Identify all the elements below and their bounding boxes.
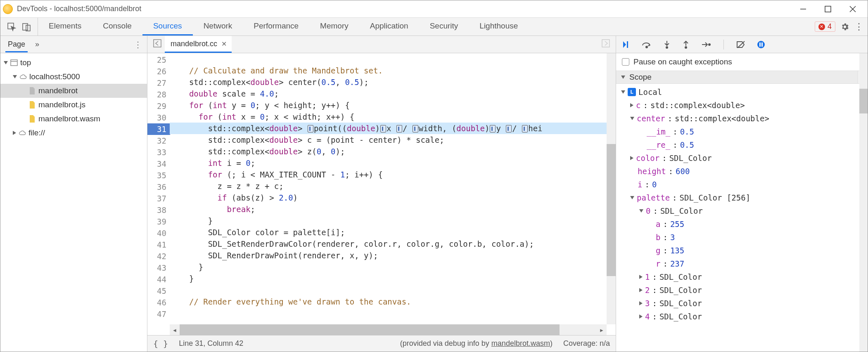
window-titlebar: DevTools - localhost:5000/mandelbrot: [0, 0, 868, 18]
step-out-button[interactable]: [682, 40, 690, 49]
local-label: Local: [638, 85, 662, 99]
tab-console[interactable]: Console: [92, 18, 142, 35]
tab-sources[interactable]: Sources: [142, 18, 193, 35]
editor-horizontal-scrollbar[interactable]: ◂ ▸: [170, 324, 607, 335]
svg-point-14: [666, 47, 668, 48]
kebab-menu-icon[interactable]: ⋮: [854, 21, 863, 32]
window-frame-icon: [10, 59, 18, 67]
svg-rect-10: [602, 40, 609, 47]
var-palette-0-b[interactable]: b: 3: [621, 231, 868, 244]
var-palette-1[interactable]: 1: SDL_Color: [621, 270, 868, 283]
debugger-toolbar: [616, 36, 868, 53]
expand-icon: [13, 75, 17, 78]
scope-variables: L Local c: std::complex<double> center: …: [616, 84, 868, 352]
inspect-element-icon[interactable]: [7, 22, 16, 31]
file-icon: [28, 115, 36, 123]
settings-gear-icon[interactable]: [840, 22, 849, 31]
pause-on-caught-checkbox[interactable]: [622, 58, 629, 66]
file-icon: [28, 101, 36, 109]
var-i[interactable]: i: 0: [621, 178, 868, 191]
close-tab-icon[interactable]: ✕: [221, 40, 227, 48]
var-palette-0[interactable]: 0: SDL_Color: [621, 204, 868, 217]
var-height[interactable]: height: 600: [621, 165, 868, 178]
cloud-icon: [19, 73, 27, 81]
svg-line-19: [738, 41, 745, 48]
window-close[interactable]: [840, 1, 865, 17]
error-icon: ✕: [818, 24, 825, 30]
cloud-icon: [19, 129, 26, 137]
tab-memory[interactable]: Memory: [309, 18, 359, 35]
step-button[interactable]: [701, 40, 711, 49]
deactivate-breakpoints-button[interactable]: [736, 40, 745, 49]
source-editor: mandelbrot.cc ✕ 252627282930313233343536…: [147, 36, 616, 352]
var-palette[interactable]: palette: SDL_Color [256]: [621, 191, 868, 204]
var-c[interactable]: c: std::complex<double>: [621, 99, 868, 112]
pause-on-exceptions-button[interactable]: [757, 40, 765, 49]
resume-button[interactable]: [622, 40, 630, 49]
editor-nav-forward-icon[interactable]: [598, 39, 613, 50]
var-palette-0-g[interactable]: g: 135: [621, 244, 868, 257]
svg-rect-5: [23, 24, 28, 30]
sources-navigator: Page » ⋮ top localhost:5000 mandelbrot: [0, 36, 147, 352]
local-badge-icon: L: [628, 88, 636, 96]
tab-elements[interactable]: Elements: [38, 18, 92, 35]
window-minimize[interactable]: [791, 1, 816, 17]
editor-file-tab[interactable]: mandelbrot.cc ✕: [165, 36, 232, 53]
pretty-print-icon[interactable]: { }: [153, 339, 168, 349]
editor-filename: mandelbrot.cc: [171, 40, 217, 48]
svg-rect-1: [825, 6, 831, 12]
step-over-button[interactable]: [642, 40, 652, 49]
device-toolbar-icon[interactable]: [22, 22, 31, 31]
tree-label: top: [20, 58, 31, 67]
line-number-gutter[interactable]: 2526272829303132333435363738394041424344…: [147, 53, 170, 335]
tree-file-mandelbrot[interactable]: mandelbrot: [0, 84, 147, 98]
var-palette-2[interactable]: 2: SDL_Color: [621, 283, 868, 297]
tree-node-file-scheme[interactable]: file://: [0, 126, 147, 140]
step-into-button[interactable]: [663, 40, 671, 49]
expand-icon: [621, 76, 625, 79]
editor-vertical-scrollbar[interactable]: [607, 53, 616, 324]
panel-tabs: Elements Console Sources Network Perform…: [38, 18, 529, 35]
code-area[interactable]: // Calculate and draw the Mandelbrot set…: [170, 53, 616, 335]
scroll-left-icon[interactable]: ◂: [170, 325, 180, 334]
tree-label: localhost:5000: [29, 72, 80, 81]
tab-lighthouse[interactable]: Lighthouse: [469, 18, 529, 35]
error-count-badge[interactable]: ✕ 4: [815, 21, 835, 32]
tree-node-top[interactable]: top: [0, 56, 147, 70]
scope-local-header[interactable]: L Local: [621, 85, 868, 99]
var-palette-3[interactable]: 3: SDL_Color: [621, 297, 868, 310]
tree-node-host[interactable]: localhost:5000: [0, 70, 147, 84]
var-palette-0-a[interactable]: a: 255: [621, 217, 868, 231]
var-center-re[interactable]: __re_: 0.5: [621, 138, 868, 151]
var-palette-0-r[interactable]: r: 237: [621, 257, 868, 270]
navigator-tab-page[interactable]: Page: [5, 36, 28, 52]
svg-point-12: [646, 46, 647, 48]
var-palette-4[interactable]: 4: SDL_Color: [621, 310, 868, 323]
tree-file-mandelbrot-wasm[interactable]: mandelbrot.wasm: [0, 112, 147, 126]
window-maximize[interactable]: [816, 1, 840, 17]
navigator-menu-icon[interactable]: ⋮: [134, 40, 142, 50]
panel-vertical-scrollbar[interactable]: [859, 53, 868, 352]
tab-performance[interactable]: Performance: [243, 18, 309, 35]
file-icon: [28, 87, 36, 95]
pause-on-caught-row[interactable]: Pause on caught exceptions: [616, 53, 868, 71]
var-center[interactable]: center: std::complex<double>: [621, 112, 868, 125]
var-center-im[interactable]: __im_: 0.5: [621, 125, 868, 138]
coverage-status: Coverage: n/a: [563, 339, 610, 348]
tree-file-mandelbrot-js[interactable]: mandelbrot.js: [0, 98, 147, 112]
navigator-more-tabs-icon[interactable]: »: [35, 40, 39, 49]
debug-info-link[interactable]: mandelbrot.wasm: [491, 339, 550, 347]
scope-section-header[interactable]: Scope ▲▼: [616, 71, 868, 84]
file-tree: top localhost:5000 mandelbrot mandelbrot…: [0, 53, 147, 352]
window-title: DevTools - localhost:5000/mandelbrot: [17, 5, 141, 13]
var-color[interactable]: color: SDL_Color: [621, 151, 868, 165]
svg-point-16: [685, 47, 687, 48]
tab-network[interactable]: Network: [193, 18, 243, 35]
error-count: 4: [828, 22, 832, 31]
tree-label: mandelbrot.js: [38, 100, 85, 109]
editor-nav-back-icon[interactable]: [150, 39, 165, 50]
scroll-right-icon[interactable]: ▸: [597, 325, 607, 334]
svg-rect-7: [11, 60, 17, 66]
tab-security[interactable]: Security: [419, 18, 469, 35]
tab-application[interactable]: Application: [359, 18, 419, 35]
